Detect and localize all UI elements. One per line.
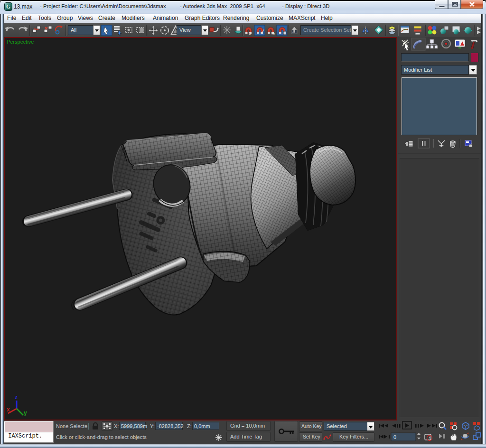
svg-text:0: 0 <box>393 434 396 440</box>
svg-text:3: 3 <box>249 31 251 36</box>
svg-text:y: y <box>24 410 27 416</box>
svg-text:%: % <box>271 31 275 36</box>
svg-text:x: x <box>7 406 10 413</box>
svg-text:abc: abc <box>292 31 296 34</box>
svg-text:z: z <box>15 394 18 401</box>
